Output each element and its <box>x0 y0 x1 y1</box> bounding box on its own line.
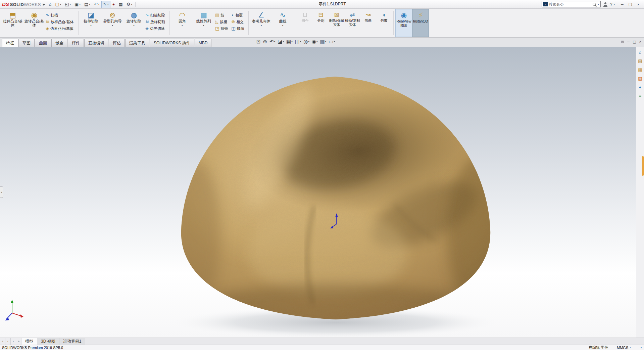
dropdown-caret-icon[interactable]: ▾ <box>182 24 183 28</box>
tab-surfaces[interactable]: 曲面 <box>35 39 51 47</box>
delete-keep-body-button[interactable]: ⊠ 删除/保留实体 <box>329 9 344 37</box>
rib-button[interactable]: ▥ 筋 <box>214 12 231 18</box>
scroll-last-button[interactable]: » <box>16 338 21 345</box>
dropdown-caret-icon[interactable]: ▾ <box>79 3 81 6</box>
move-copy-bodies-button[interactable]: ⇄ 移动/复制实体 <box>344 9 360 37</box>
scrollbar-thumb[interactable] <box>642 156 644 176</box>
options-grid-button[interactable]: ▦ <box>117 1 124 8</box>
dropdown-caret-icon[interactable]: ▾ <box>89 3 90 6</box>
open-document-button[interactable]: ◱ ▾ <box>63 1 72 8</box>
taskpane-file-explorer-button[interactable]: ▦ <box>637 67 644 73</box>
taskpane-appearances-button[interactable]: ● <box>637 84 644 90</box>
doc-minimize-button[interactable]: ─ <box>627 39 630 44</box>
dropdown-caret-icon[interactable]: ▾ <box>70 3 71 6</box>
boundary-cut-button[interactable]: ◈ 边界切除 <box>145 25 168 32</box>
select-tool-button[interactable]: ↖ ▾ <box>101 1 110 8</box>
zoom-to-area-button[interactable]: ⊕ <box>262 39 268 45</box>
mirror-button[interactable]: ◫ 镜向 <box>231 25 247 32</box>
dropdown-caret-icon[interactable]: ▾ <box>334 40 335 43</box>
search-input[interactable] <box>549 2 591 6</box>
revolved-boss-base-button[interactable]: ◉ 旋转凸台/基体 <box>23 9 45 37</box>
dropdown-caret-icon[interactable]: ▾ <box>613 3 615 6</box>
fillet-button[interactable]: ◠ 圆角 ▾ <box>171 9 193 37</box>
view-settings-button[interactable]: ▭ ▾ <box>328 39 336 45</box>
dropdown-caret-icon[interactable]: ▴ <box>630 346 631 349</box>
scroll-first-button[interactable]: « <box>0 338 5 345</box>
taskpane-design-library-button[interactable]: ▤ <box>637 58 644 64</box>
display-style-button[interactable]: ◫ ▾ <box>294 39 302 45</box>
dropdown-caret-icon[interactable]: ▾ <box>316 40 318 43</box>
realview-graphics-toggle[interactable]: ◉ RealView 图形 <box>395 9 412 37</box>
print-button[interactable]: ▤ ▾ <box>83 1 92 8</box>
rebuild-button[interactable]: ● <box>111 1 117 8</box>
dropdown-caret-icon[interactable]: ▾ <box>283 40 284 43</box>
instant3d-toggle[interactable]: ⚡ Instant3D <box>412 9 429 37</box>
dropdown-caret-icon[interactable]: ▾ <box>203 24 204 28</box>
section-view-button[interactable]: ◪ ▾ <box>277 39 285 45</box>
tab-3d-views[interactable]: 3D 视图 <box>37 338 59 345</box>
dropdown-caret-icon[interactable]: ▾ <box>90 24 92 28</box>
lofted-boss-base-button[interactable]: ≋ 放样凸台/基体 <box>45 18 77 25</box>
tab-model[interactable]: 模型 <box>21 338 37 345</box>
status-help-icon[interactable]: ◔ <box>640 345 642 350</box>
search-icon[interactable] <box>593 3 596 6</box>
reference-geometry-button[interactable]: ∠ 参考几何体 ▾ <box>250 9 272 37</box>
dropdown-caret-icon[interactable]: ▾ <box>291 40 293 43</box>
user-account-icon[interactable] <box>603 2 608 7</box>
tab-features[interactable]: 特征 <box>2 39 18 47</box>
linear-pattern-button[interactable]: ▦ 线性阵列 ▾ <box>193 9 214 37</box>
command-search[interactable]: » ▾ <box>542 1 601 7</box>
intersect-button[interactable]: ⊗ 相交 <box>231 18 247 25</box>
boundary-boss-base-button[interactable]: ◈ 边界凸台/基体 <box>45 25 77 32</box>
maximize-button[interactable]: ▢ <box>627 1 634 7</box>
featuremanager-collapsed-tab[interactable]: ◂ <box>0 186 3 198</box>
help-button[interactable]: ? ▾ <box>610 2 615 7</box>
draft-button[interactable]: ◺ 拔模 <box>214 18 231 25</box>
view-orientation-button[interactable]: ▦ ▾ <box>286 39 293 45</box>
tab-direct-editing[interactable]: 直接编辑 <box>84 39 108 47</box>
graphics-viewport[interactable]: ◂ <box>0 47 636 338</box>
scroll-prev-button[interactable]: ‹ <box>5 338 11 345</box>
doc-close-button[interactable]: × <box>639 39 641 44</box>
dropdown-caret-icon[interactable]: ▾ <box>300 40 301 43</box>
save-button[interactable]: ▣ ▾ <box>73 1 82 8</box>
dropdown-caret-icon[interactable]: ▾ <box>107 3 109 6</box>
search-caret-icon[interactable]: ▾ <box>598 3 599 6</box>
doc-restore-button[interactable]: ▢ <box>633 39 636 44</box>
wrap-button-2[interactable]: ◖ 包覆 <box>376 9 392 37</box>
taskpane-custom-properties-button[interactable]: ≡ <box>637 93 644 99</box>
tab-motion-study-1[interactable]: 运动算例1 <box>59 338 86 345</box>
tab-solidworks-addins[interactable]: SOLIDWORKS 插件 <box>150 39 194 47</box>
extruded-boss-base-button[interactable]: ⬒ 拉伸凸台/基体 <box>2 9 23 37</box>
minimize-button[interactable]: ─ <box>618 1 626 7</box>
home-button[interactable]: ⌂ <box>47 1 53 8</box>
taskpane-view-palette-button[interactable]: ▧ <box>637 76 644 82</box>
dropdown-caret-icon[interactable]: ▾ <box>131 3 132 6</box>
undo-button[interactable]: ↶ ▾ <box>92 1 101 8</box>
doc-tile-button[interactable]: ⊞ <box>621 39 624 44</box>
new-document-button[interactable]: ▢ ▾ <box>53 1 63 8</box>
hide-show-items-button[interactable]: ◎ ▾ <box>303 39 310 45</box>
dropdown-caret-icon[interactable]: ▾ <box>308 40 309 43</box>
previous-view-button[interactable]: ↶ ▾ <box>269 39 276 45</box>
split-button[interactable]: ⊟ 分割 <box>313 9 329 37</box>
edit-appearance-button[interactable]: ◉ ▾ <box>311 39 318 45</box>
close-button[interactable]: × <box>635 1 642 7</box>
scroll-next-button[interactable]: › <box>11 338 16 345</box>
dropdown-caret-icon[interactable]: ▾ <box>274 40 276 43</box>
tab-sketch[interactable]: 草图 <box>18 39 35 47</box>
graphics-area[interactable] <box>0 47 636 338</box>
dropdown-caret-icon[interactable]: ▾ <box>261 24 262 28</box>
settings-button[interactable]: ⚙ ▾ <box>125 1 134 8</box>
swept-cut-button[interactable]: ∿ 扫描切除 <box>145 12 168 18</box>
tab-weldments[interactable]: 焊件 <box>68 39 84 47</box>
zoom-to-fit-button[interactable]: ⊡ <box>256 39 261 45</box>
shell-button[interactable]: ◳ 抽壳 <box>214 25 231 32</box>
curves-button[interactable]: ∿ 曲线 ▾ <box>272 9 293 37</box>
search-scope-icon[interactable]: » <box>543 2 548 6</box>
dropdown-caret-icon[interactable]: ▾ <box>112 24 113 28</box>
dropdown-caret-icon[interactable]: ▾ <box>282 24 284 28</box>
wrap-button[interactable]: ◖ 包覆 <box>231 12 247 18</box>
extruded-cut-button[interactable]: ◪ 拉伸切除 ▾ <box>80 9 102 37</box>
tab-sheet-metal[interactable]: 钣金 <box>51 39 67 47</box>
